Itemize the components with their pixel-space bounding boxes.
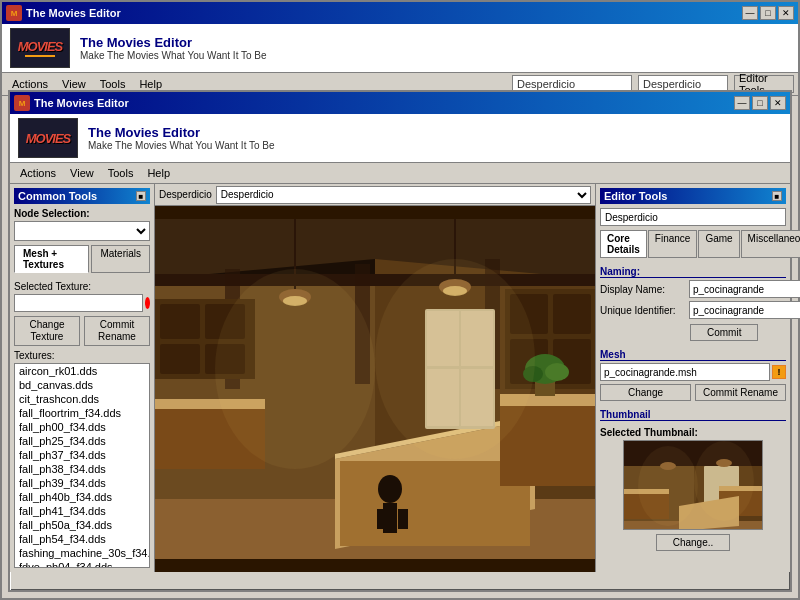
- app-title: The Movies Editor: [80, 35, 267, 50]
- inner-minimize-button[interactable]: —: [734, 96, 750, 110]
- maximize-button[interactable]: □: [760, 6, 776, 20]
- svg-rect-13: [160, 344, 200, 374]
- inner-window: M The Movies Editor — □ ✕ MOVIES The Mov…: [8, 90, 792, 592]
- list-item[interactable]: fall_ph39_f34.dds: [15, 476, 149, 490]
- inner-app-subtitle: Make The Movies What You Want It To Be: [88, 140, 275, 151]
- node-selection-label: Node Selection:: [14, 208, 150, 219]
- change-texture-button[interactable]: Change Texture: [14, 316, 80, 346]
- viewport-label: Desperdicio: [159, 189, 212, 200]
- mesh-input-field[interactable]: [600, 363, 770, 381]
- viewport-dropdown[interactable]: Desperdicio: [216, 186, 591, 204]
- list-item[interactable]: fdve_ph04_f34.dds: [15, 560, 149, 568]
- unique-id-label: Unique Identifier:: [600, 305, 685, 316]
- mesh-btn-row: Change Commit Rename: [600, 384, 786, 401]
- editor-tools-title: Editor Tools ■: [600, 188, 786, 204]
- mesh-commit-rename-button[interactable]: Commit Rename: [695, 384, 786, 401]
- logo-movies-text: MOVIES: [18, 39, 63, 54]
- left-panel-title: Common Tools ■: [14, 188, 150, 204]
- list-item[interactable]: fall_ph38_f34.dds: [15, 462, 149, 476]
- inner-menu-bar: Actions View Tools Help: [10, 163, 790, 184]
- list-item[interactable]: fall_ph25_f34.dds: [15, 434, 149, 448]
- left-panel: Common Tools ■ Node Selection: Mesh + Te…: [10, 184, 155, 572]
- tab-core-details[interactable]: Core Details: [600, 230, 647, 258]
- naming-section-header: Naming:: [600, 266, 786, 278]
- change-thumbnail-button[interactable]: Change..: [656, 534, 731, 551]
- selected-texture-label: Selected Texture:: [14, 281, 150, 292]
- svg-rect-6: [155, 274, 595, 286]
- tab-miscellaneous[interactable]: Miscellaneous: [741, 230, 800, 258]
- tab-finance[interactable]: Finance: [648, 230, 698, 258]
- left-panel-title-text: Common Tools: [18, 190, 97, 202]
- unique-id-input[interactable]: [689, 301, 800, 319]
- main-content: Common Tools ■ Node Selection: Mesh + Te…: [10, 184, 790, 572]
- naming-commit-button[interactable]: Commit: [690, 324, 758, 341]
- inner-menu-tools[interactable]: Tools: [102, 165, 140, 181]
- texture-list[interactable]: aircon_rk01.dds bd_canvas.dds cit_trashc…: [14, 363, 150, 568]
- viewport-scene: [155, 206, 595, 572]
- inner-menu-help[interactable]: Help: [141, 165, 176, 181]
- close-button[interactable]: ✕: [778, 6, 794, 20]
- inner-menu-view[interactable]: View: [64, 165, 100, 181]
- list-item[interactable]: fall_ph41_f34.dds: [15, 504, 149, 518]
- display-name-input[interactable]: [689, 280, 800, 298]
- svg-rect-22: [553, 294, 591, 334]
- list-item[interactable]: fall_ph00_f34.dds: [15, 420, 149, 434]
- list-item[interactable]: fall_ph40b_f34.dds: [15, 490, 149, 504]
- list-item[interactable]: fall_ph37_f34.dds: [15, 448, 149, 462]
- red-circle-icon: [145, 297, 150, 309]
- app-icon: M: [6, 5, 22, 21]
- svg-rect-39: [398, 509, 408, 529]
- minimize-button[interactable]: —: [742, 6, 758, 20]
- inner-title-bar: M The Movies Editor — □ ✕: [10, 92, 790, 114]
- editor-tools-title-text: Editor Tools: [604, 190, 667, 202]
- inner-menu-actions[interactable]: Actions: [14, 165, 62, 181]
- left-tabs-row: Mesh + Textures Materials: [14, 245, 150, 273]
- inner-close-button[interactable]: ✕: [770, 96, 786, 110]
- outer-title-bar: M The Movies Editor — □ ✕: [2, 2, 798, 24]
- thumbnail-preview: [623, 440, 763, 530]
- left-panel-icon[interactable]: ■: [136, 191, 146, 201]
- tab-mesh-textures[interactable]: Mesh + Textures: [14, 245, 89, 273]
- svg-point-46: [215, 269, 375, 469]
- mesh-input-row: !: [600, 363, 786, 381]
- inner-title-text: The Movies Editor: [34, 97, 129, 109]
- right-panel: Editor Tools ■ Core Details Finance Game…: [595, 184, 790, 572]
- inner-app-title: The Movies Editor: [88, 125, 275, 140]
- inner-app-title-area: The Movies Editor Make The Movies What Y…: [88, 125, 275, 151]
- right-tabs-row: Core Details Finance Game Miscellaneous: [600, 230, 786, 258]
- selected-thumbnail-label: Selected Thumbnail:: [600, 427, 786, 438]
- unique-id-row: Unique Identifier: !: [600, 301, 786, 319]
- list-item[interactable]: bd_canvas.dds: [15, 378, 149, 392]
- app-subtitle: Make The Movies What You Want It To Be: [80, 50, 267, 61]
- node-selection-dropdown[interactable]: [14, 221, 150, 241]
- svg-point-47: [375, 259, 535, 459]
- inner-app-logo: MOVIES: [18, 118, 78, 158]
- tab-game[interactable]: Game: [698, 230, 739, 258]
- editor-current-value[interactable]: [600, 208, 786, 226]
- thumbnail-section-header: Thumbnail: [600, 409, 786, 421]
- mesh-warning-icon[interactable]: !: [772, 365, 786, 379]
- inner-maximize-button[interactable]: □: [752, 96, 768, 110]
- list-item[interactable]: fall_ph54_f34.dds: [15, 532, 149, 546]
- thumbnail-section: Selected Thumbnail:: [600, 427, 786, 551]
- texture-btn-row: Change Texture Commit Rename: [14, 316, 150, 346]
- list-item[interactable]: aircon_rk01.dds: [15, 364, 149, 378]
- viewport-top-bar: Desperdicio Desperdicio: [155, 184, 595, 206]
- app-title-area: The Movies Editor Make The Movies What Y…: [80, 35, 267, 61]
- list-item[interactable]: fall_floortrim_f34.dds: [15, 406, 149, 420]
- tab-materials[interactable]: Materials: [91, 245, 150, 273]
- list-item[interactable]: cit_trashcon.dds: [15, 392, 149, 406]
- list-item[interactable]: fashing_machine_30s_f34.dds: [15, 546, 149, 560]
- texture-input-field[interactable]: [14, 294, 143, 312]
- center-panel: Desperdicio Desperdicio: [155, 184, 595, 572]
- display-name-row: Display Name:: [600, 280, 786, 298]
- mesh-section-header: Mesh: [600, 349, 786, 361]
- list-item[interactable]: fall_ph50a_f34.dds: [15, 518, 149, 532]
- svg-point-35: [545, 363, 569, 381]
- editor-tools-icon[interactable]: ■: [772, 191, 782, 201]
- commit-rename-button[interactable]: Commit Rename: [84, 316, 150, 346]
- svg-rect-11: [160, 304, 200, 339]
- svg-point-61: [638, 446, 698, 526]
- mesh-change-button[interactable]: Change: [600, 384, 691, 401]
- svg-rect-38: [377, 509, 387, 529]
